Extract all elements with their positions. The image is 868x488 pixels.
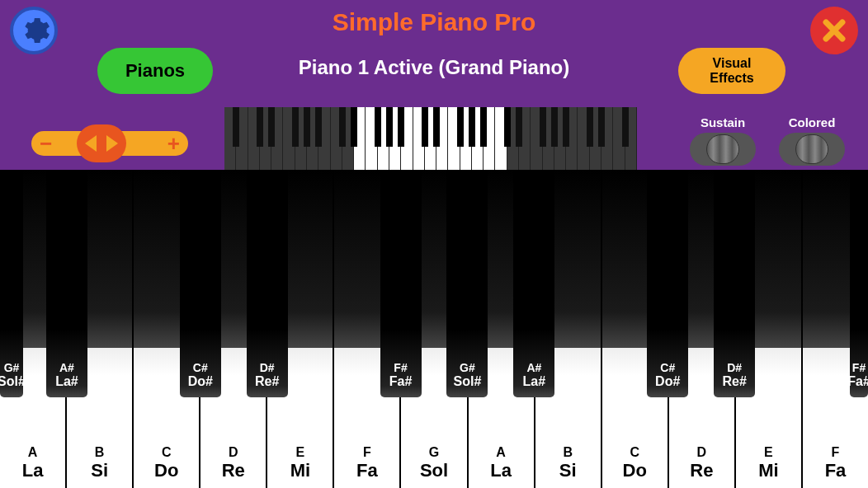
mini-white-key[interactable] bbox=[307, 107, 318, 170]
mini-white-key[interactable] bbox=[519, 107, 531, 170]
mini-white-key[interactable] bbox=[354, 107, 366, 170]
visual-effects-label-2: Effects bbox=[710, 71, 753, 86]
black-key-Fsharp[interactable]: F#Fa# bbox=[850, 170, 868, 397]
white-key-note: E bbox=[764, 445, 773, 460]
close-button[interactable] bbox=[810, 7, 858, 54]
black-key-solfege: Fa# bbox=[847, 374, 868, 389]
black-key-Gsharp[interactable]: G#Sol# bbox=[0, 170, 23, 397]
black-key-note: F# bbox=[852, 361, 866, 374]
mini-white-key[interactable] bbox=[295, 107, 307, 170]
black-key-Csharp[interactable]: C#Do# bbox=[180, 170, 221, 397]
mini-white-key[interactable] bbox=[425, 107, 436, 170]
app-title: Simple Piano Pro bbox=[0, 8, 868, 36]
black-key-Fsharp[interactable]: F#Fa# bbox=[380, 170, 422, 397]
zoom-control[interactable]: − + bbox=[31, 127, 188, 160]
black-key-Asharp[interactable]: A#La# bbox=[46, 170, 87, 397]
white-key-solfege: Do bbox=[623, 460, 647, 481]
zoom-minus-icon[interactable]: − bbox=[40, 131, 52, 157]
sustain-toggle[interactable]: Sustain bbox=[685, 115, 761, 166]
mini-white-key[interactable] bbox=[378, 107, 389, 170]
black-key-note: F# bbox=[394, 361, 407, 374]
white-key-solfege: Si bbox=[559, 460, 577, 481]
white-key-solfege: Fa bbox=[356, 460, 378, 481]
chevron-left-icon bbox=[77, 124, 101, 162]
zoom-slider-knob[interactable] bbox=[77, 124, 126, 162]
mini-white-key[interactable] bbox=[389, 107, 401, 170]
white-key-note: A bbox=[28, 445, 38, 460]
mini-white-key[interactable] bbox=[625, 107, 637, 170]
white-key-solfege: Mi bbox=[758, 460, 778, 481]
mini-white-key[interactable] bbox=[507, 107, 519, 170]
chevron-right-icon bbox=[101, 124, 126, 162]
gear-icon bbox=[17, 14, 50, 47]
mini-white-key[interactable] bbox=[331, 107, 342, 170]
colored-label: Colored bbox=[774, 115, 850, 129]
mini-white-key[interactable] bbox=[366, 107, 377, 170]
visual-effects-button[interactable]: Visual Effects bbox=[678, 48, 785, 94]
white-key-solfege: Sol bbox=[420, 460, 448, 481]
mini-white-key[interactable] bbox=[342, 107, 354, 170]
mini-white-key[interactable] bbox=[236, 107, 248, 170]
black-key-Dsharp[interactable]: D#Re# bbox=[247, 170, 288, 397]
mini-white-key[interactable] bbox=[554, 107, 566, 170]
mini-white-key[interactable] bbox=[613, 107, 625, 170]
mini-white-key[interactable] bbox=[578, 107, 589, 170]
mini-white-key[interactable] bbox=[590, 107, 601, 170]
mini-white-key[interactable] bbox=[448, 107, 460, 170]
black-key-Csharp[interactable]: C#Do# bbox=[647, 170, 688, 397]
top-bar: Simple Piano Pro Pianos Piano 1 Active (… bbox=[0, 0, 868, 170]
mini-white-key[interactable] bbox=[495, 107, 507, 170]
mini-white-key[interactable] bbox=[484, 107, 495, 170]
settings-button[interactable] bbox=[10, 7, 58, 54]
mini-white-key[interactable] bbox=[224, 107, 236, 170]
black-key-Asharp[interactable]: A#La# bbox=[513, 170, 554, 397]
white-key-solfege: La bbox=[490, 460, 512, 481]
black-key-note: A# bbox=[526, 361, 541, 374]
visual-effects-label-1: Visual bbox=[713, 56, 752, 71]
black-key-solfege: Sol# bbox=[454, 374, 482, 389]
mini-white-key[interactable] bbox=[248, 107, 260, 170]
black-key-solfege: La# bbox=[523, 374, 546, 389]
white-key-solfege: Re bbox=[222, 460, 245, 481]
white-key-note: C bbox=[630, 445, 639, 460]
mini-white-key[interactable] bbox=[472, 107, 484, 170]
black-key-solfege: La# bbox=[55, 374, 78, 389]
mini-white-key[interactable] bbox=[413, 107, 425, 170]
mini-keyboard-overview[interactable] bbox=[224, 107, 637, 170]
white-key-note: D bbox=[229, 445, 238, 460]
main-keyboard: ALaBSiCDoDReEMiFFaGSolALaBSiCDoDReEMiFFa… bbox=[0, 170, 868, 488]
black-key-Dsharp[interactable]: D#Re# bbox=[714, 170, 755, 397]
white-key-note: F bbox=[832, 445, 840, 460]
mini-white-key[interactable] bbox=[271, 107, 283, 170]
black-key-solfege: Do# bbox=[655, 374, 680, 389]
black-key-solfege: Do# bbox=[188, 374, 213, 389]
black-key-Gsharp[interactable]: G#Sol# bbox=[446, 170, 488, 397]
black-key-solfege: Re# bbox=[722, 374, 746, 389]
mini-white-key[interactable] bbox=[318, 107, 330, 170]
mini-white-key[interactable] bbox=[260, 107, 271, 170]
white-key-note: A bbox=[496, 445, 506, 460]
black-key-solfege: Sol# bbox=[0, 374, 26, 389]
white-key-note: G bbox=[429, 445, 439, 460]
mini-white-key[interactable] bbox=[401, 107, 413, 170]
mini-white-key[interactable] bbox=[436, 107, 448, 170]
mini-white-key[interactable] bbox=[283, 107, 295, 170]
black-key-note: G# bbox=[460, 361, 475, 374]
black-key-note: G# bbox=[4, 361, 20, 374]
white-key-solfege: Do bbox=[154, 460, 178, 481]
black-key-note: C# bbox=[660, 361, 675, 374]
white-key-solfege: Mi bbox=[290, 460, 310, 481]
white-key-note: D bbox=[697, 445, 707, 460]
black-key-note: C# bbox=[193, 361, 208, 374]
colored-toggle[interactable]: Colored bbox=[774, 115, 850, 166]
zoom-plus-icon[interactable]: + bbox=[167, 131, 180, 157]
close-icon bbox=[820, 16, 848, 45]
mini-white-key[interactable] bbox=[543, 107, 554, 170]
mini-white-key[interactable] bbox=[460, 107, 472, 170]
mini-white-key[interactable] bbox=[601, 107, 613, 170]
mini-white-key[interactable] bbox=[531, 107, 542, 170]
mini-white-key[interactable] bbox=[566, 107, 578, 170]
white-key-solfege: Fa bbox=[825, 460, 847, 481]
black-key-solfege: Fa# bbox=[389, 374, 413, 389]
white-key-note: E bbox=[296, 445, 305, 460]
